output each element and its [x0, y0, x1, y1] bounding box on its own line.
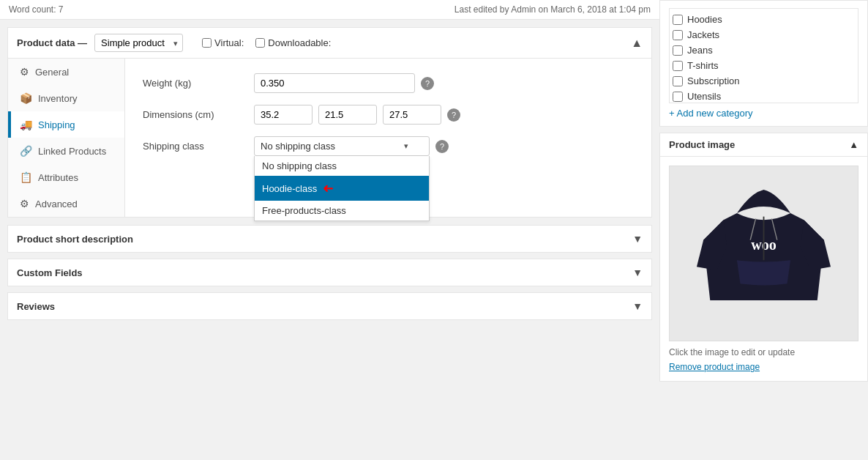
- dim-depth-input[interactable]: [383, 105, 441, 125]
- shipping-class-value: No shipping class: [261, 141, 335, 152]
- red-arrow-icon: ➜: [323, 180, 334, 196]
- downloadable-checkbox-label[interactable]: Downloadable:: [255, 37, 331, 48]
- word-count: Word count: 7: [9, 4, 63, 15]
- reviews-header[interactable]: Reviews ▼: [8, 293, 651, 319]
- shipping-class-dropdown[interactable]: No shipping class ▾ No shipping class Ho…: [254, 136, 430, 156]
- option-no-shipping[interactable]: No shipping class: [255, 156, 429, 176]
- weight-label: Weight (kg): [143, 73, 245, 89]
- weight-help-icon[interactable]: ?: [421, 77, 434, 90]
- dimensions-field: ?: [254, 105, 634, 125]
- product-image-collapse-icon: ▲: [849, 139, 858, 150]
- dimensions-row: Dimensions (cm) ?: [143, 105, 634, 125]
- custom-fields-toggle-icon: ▼: [632, 267, 643, 278]
- category-hoodies: Hoodies: [673, 12, 855, 27]
- downloadable-checkbox[interactable]: [255, 38, 265, 48]
- category-jeans-checkbox[interactable]: [673, 45, 683, 56]
- product-image-body: woo Click the image to edit or update Re…: [660, 157, 867, 381]
- panel-collapse-btn[interactable]: ▲: [631, 37, 643, 50]
- shipping-class-row: Shipping class No shipping class ▾ No sh…: [143, 136, 634, 156]
- shipping-class-field: No shipping class ▾ No shipping class Ho…: [254, 136, 634, 156]
- product-image-panel: Product image ▲: [659, 133, 868, 382]
- category-utensils: Utensils: [673, 89, 855, 103]
- remove-product-image-link[interactable]: Remove product image: [669, 362, 858, 372]
- tabs-sidebar: ⚙ General 📦 Inventory 🚚 Shipping 🔗 Linke…: [8, 59, 125, 217]
- short-description-header[interactable]: Product short description ▼: [8, 226, 651, 252]
- short-desc-toggle-icon: ▼: [632, 233, 643, 245]
- product-type-wrapper[interactable]: Simple product: [94, 34, 183, 52]
- virtual-checkbox[interactable]: [202, 38, 212, 48]
- categories-panel: Hoodies Jackets Jeans T-shirts Subscript…: [659, 0, 868, 127]
- dropdown-arrow-icon: ▾: [404, 141, 408, 151]
- product-image-svg: woo: [670, 166, 858, 341]
- category-jackets: Jackets: [673, 27, 855, 42]
- category-hoodies-checkbox[interactable]: [673, 15, 683, 25]
- category-jackets-label: Jackets: [687, 29, 719, 40]
- category-tshirts-checkbox[interactable]: [673, 61, 683, 71]
- product-data-header: Product data — Simple product Virtual:: [8, 28, 651, 59]
- shipping-class-display[interactable]: No shipping class ▾: [254, 136, 430, 156]
- hoodie-option-label: Hoodie-class: [262, 183, 317, 194]
- custom-fields-header[interactable]: Custom Fields ▼: [8, 259, 651, 286]
- reviews-section: Reviews ▼: [7, 292, 652, 320]
- short-description-section: Product short description ▼: [7, 225, 652, 253]
- categories-scroll[interactable]: Hoodies Jackets Jeans T-shirts Subscript…: [669, 8, 858, 103]
- product-options: Virtual: Downloadable:: [202, 37, 331, 48]
- product-image-header: Product image ▲: [660, 133, 867, 157]
- option-hoodie-class[interactable]: Hoodie-class ➜: [255, 176, 429, 201]
- linked-icon: 🔗: [20, 145, 32, 157]
- shipping-class-menu: No shipping class Hoodie-class ➜ Free-pr…: [254, 156, 430, 221]
- category-utensils-label: Utensils: [687, 91, 721, 102]
- tab-shipping[interactable]: 🚚 Shipping: [8, 111, 124, 138]
- shipping-class-label: Shipping class: [143, 136, 245, 152]
- last-edited: Last edited by Admin on March 6, 2018 at…: [454, 4, 651, 15]
- attributes-icon: 📋: [20, 171, 32, 183]
- virtual-checkbox-label[interactable]: Virtual:: [202, 37, 244, 48]
- product-image-thumbnail[interactable]: woo: [669, 166, 858, 341]
- product-data-body: ⚙ General 📦 Inventory 🚚 Shipping 🔗 Linke…: [8, 59, 651, 217]
- add-new-category-link[interactable]: + Add new category: [669, 103, 858, 119]
- weight-input[interactable]: [254, 73, 415, 93]
- weight-field: ?: [254, 73, 634, 93]
- option-free-products[interactable]: Free-products-class: [255, 201, 429, 220]
- dimensions-label: Dimensions (cm): [143, 105, 245, 120]
- weight-row: Weight (kg) ?: [143, 73, 634, 93]
- product-type-select[interactable]: Simple product: [94, 34, 183, 52]
- dimensions-help-icon[interactable]: ?: [447, 108, 460, 122]
- dim-width-input[interactable]: [254, 105, 313, 125]
- category-hoodies-label: Hoodies: [687, 14, 722, 25]
- category-tshirts-label: T-shirts: [687, 60, 719, 71]
- tab-advanced[interactable]: ⚙ Advanced: [8, 190, 124, 217]
- inventory-icon: 📦: [20, 92, 32, 104]
- right-sidebar: Hoodies Jackets Jeans T-shirts Subscript…: [659, 0, 868, 460]
- tab-inventory[interactable]: 📦 Inventory: [8, 85, 124, 111]
- category-subscription-label: Subscription: [687, 75, 740, 86]
- tab-general[interactable]: ⚙ General: [8, 59, 124, 85]
- product-data-title: Product data —: [17, 37, 87, 48]
- dim-height-input[interactable]: [318, 105, 377, 125]
- general-icon: ⚙: [20, 66, 29, 78]
- top-bar: Word count: 7 Last edited by Admin on Ma…: [0, 0, 659, 20]
- category-jackets-checkbox[interactable]: [673, 30, 683, 40]
- category-subscription-checkbox[interactable]: [673, 76, 683, 86]
- custom-fields-section: Custom Fields ▼: [7, 259, 652, 286]
- product-image-title: Product image: [669, 139, 735, 150]
- category-tshirts: T-shirts: [673, 58, 855, 73]
- tab-attributes[interactable]: 📋 Attributes: [8, 164, 124, 190]
- product-data-panel: Product data — Simple product Virtual:: [7, 27, 652, 218]
- shipping-tab-content: Weight (kg) ? Dimensions (cm): [125, 59, 651, 217]
- image-hint: Click the image to edit or update: [669, 347, 858, 357]
- category-utensils-checkbox[interactable]: [673, 92, 683, 102]
- category-subscription: Subscription: [673, 73, 855, 89]
- category-jeans-label: Jeans: [687, 45, 713, 56]
- advanced-icon: ⚙: [20, 198, 29, 209]
- shipping-class-help-icon[interactable]: ?: [435, 140, 449, 153]
- reviews-toggle-icon: ▼: [632, 300, 643, 312]
- tab-linked-products[interactable]: 🔗 Linked Products: [8, 138, 124, 164]
- category-jeans: Jeans: [673, 42, 855, 58]
- shipping-icon: 🚚: [20, 119, 32, 130]
